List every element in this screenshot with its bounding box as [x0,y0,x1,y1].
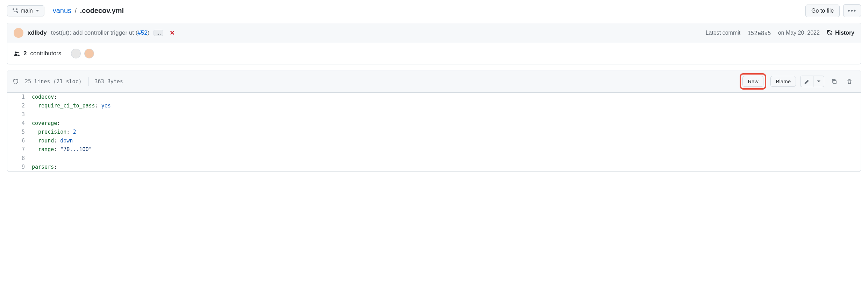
line-number[interactable]: 9 [7,163,32,172]
edit-button-group [800,76,824,87]
line-number[interactable]: 6 [7,136,32,145]
status-fail-icon[interactable]: ✕ [170,29,175,37]
code-header: 25 lines (21 sloc) 363 Bytes Raw Blame [7,70,861,93]
code-text: range: "70...100" [32,145,92,154]
delete-button[interactable] [844,76,855,86]
copy-button[interactable] [828,76,840,86]
breadcrumb-sep: / [73,7,78,14]
top-bar: main vanus / .codecov.yml Go to file ••• [7,4,861,17]
commit-header: xdlbdy test(ut): add controller trigger … [7,23,861,43]
more-actions-button[interactable]: ••• [843,4,861,17]
code-text: parsers: [32,163,57,172]
contributors-label: contributors [30,50,61,57]
pencil-icon [804,78,810,84]
history-link[interactable]: History [827,30,854,36]
edit-dropdown-button[interactable] [813,76,824,87]
kebab-icon: ••• [848,7,856,14]
commit-right: Latest commit 152e8a5 on May 20, 2022 Hi… [706,30,854,36]
code-line: 9parsers: [7,163,861,172]
code-line: 5 precision: 2 [7,128,861,136]
commit-expand-button[interactable]: … [154,30,163,36]
code-body: 1codecov:2 require_ci_to_pass: yes34cove… [7,93,861,172]
commit-left: xdlbdy test(ut): add controller trigger … [14,28,175,38]
line-number[interactable]: 2 [7,102,32,110]
code-box: 25 lines (21 sloc) 363 Bytes Raw Blame [7,70,861,172]
shield-icon [13,78,19,85]
code-line: 6 round: down [7,136,861,145]
breadcrumb: vanus / .codecov.yml [53,7,124,15]
blame-button[interactable]: Blame [770,76,796,87]
file-bytes-stat: 363 Bytes [95,78,123,85]
line-number[interactable]: 3 [7,110,32,119]
copy-icon [831,78,837,84]
avatar[interactable] [14,28,23,38]
line-number[interactable]: 1 [7,93,32,102]
code-text: precision: 2 [32,128,76,136]
divider [88,77,88,86]
code-stats: 25 lines (21 sloc) 363 Bytes [13,77,123,86]
breadcrumb-repo-link[interactable]: vanus [53,7,71,14]
git-branch-icon [12,8,18,14]
chevron-down-icon [36,10,39,12]
branch-label: main [21,8,33,14]
commit-pr-link[interactable]: #52 [137,29,147,36]
trash-icon [847,78,852,84]
code-actions: Raw Blame [740,73,855,90]
commit-date: on May 20, 2022 [778,30,820,36]
history-label: History [835,30,854,36]
svg-rect-0 [833,80,836,84]
commit-box: xdlbdy test(ut): add controller trigger … [7,23,861,64]
avatar[interactable] [71,49,81,58]
chevron-down-icon [817,80,820,82]
people-icon [14,50,20,57]
code-text: coverage: [32,119,60,128]
breadcrumb-file: .codecov.yml [80,7,124,14]
top-right: Go to file ••• [805,4,861,17]
avatar[interactable] [84,49,94,58]
code-line: 8 [7,154,861,163]
commit-message-prefix: test(ut): add controller trigger ut ( [51,29,138,36]
branch-select-button[interactable]: main [7,5,44,16]
code-text: codecov: [32,93,57,102]
edit-button[interactable] [800,76,813,87]
line-number[interactable]: 8 [7,154,32,163]
commit-message-suffix: ) [148,29,150,36]
contributors-row: 2 contributors [7,43,861,64]
code-line: 1codecov: [7,93,861,102]
commit-author[interactable]: xdlbdy [28,29,47,36]
commit-sha[interactable]: 152e8a5 [747,30,771,36]
latest-commit-label: Latest commit [706,30,741,36]
line-number[interactable]: 5 [7,128,32,136]
code-text: require_ci_to_pass: yes [32,102,111,110]
code-line: 7 range: "70...100" [7,145,861,154]
code-line: 2 require_ci_to_pass: yes [7,102,861,110]
code-line: 3 [7,110,861,119]
commit-message[interactable]: test(ut): add controller trigger ut (#52… [51,29,150,36]
contributors-count: 2 [23,50,27,57]
code-line: 4coverage: [7,119,861,128]
code-text: round: down [32,136,73,145]
raw-button[interactable]: Raw [742,76,763,87]
line-number[interactable]: 7 [7,145,32,154]
top-left: main vanus / .codecov.yml [7,5,124,16]
file-lines-stat: 25 lines (21 sloc) [25,78,82,85]
raw-highlight-annotation: Raw [740,73,766,90]
history-icon [827,30,833,36]
go-to-file-button[interactable]: Go to file [805,5,840,17]
line-number[interactable]: 4 [7,119,32,128]
